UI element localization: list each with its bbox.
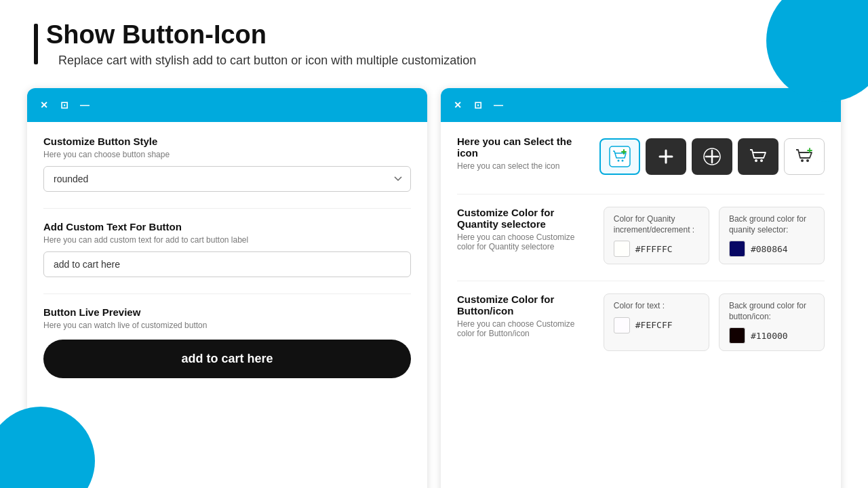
button-color1-label: Color for text :	[614, 301, 699, 312]
svg-point-7	[806, 159, 809, 162]
icon-options-row	[599, 138, 825, 175]
icon-option-cart-light[interactable]	[784, 138, 825, 175]
preview-button[interactable]: add to cart here	[43, 340, 411, 378]
svg-point-5	[760, 159, 763, 162]
right-panel-header: ✕ ⊡ —	[441, 88, 841, 122]
icon-selector-desc: Here you can select the icon	[457, 161, 586, 171]
left-close-btn[interactable]: ✕	[38, 99, 50, 111]
button-style-title: Customize Button Style	[43, 136, 411, 147]
button-style-section: Customize Button Style Here you can choo…	[43, 136, 411, 192]
icon-selector-section: Here you can Select the icon Here you ca…	[457, 136, 825, 178]
button-color-desc: Here you can choose Customize color for …	[457, 319, 590, 338]
button-style-desc: Here you can choose button shape	[43, 150, 411, 159]
icon-option-cart-plus-light[interactable]	[599, 138, 640, 175]
right-maximize-btn[interactable]: ⊡	[472, 99, 484, 111]
custom-text-title: Add Custom Text For Button	[43, 221, 411, 232]
quantity-color-title: Customize Color for Quantity selectore	[457, 207, 590, 230]
button-color1-block: Color for text : #FEFCFF	[604, 293, 709, 351]
button-color1-input-row: #FEFCFF	[614, 317, 699, 333]
quantity-color-desc: Here you can choose Customize color for …	[457, 232, 590, 251]
quantity-color1-value: #FFFFFC	[635, 244, 673, 254]
svg-point-4	[755, 159, 757, 162]
right-sep1	[457, 194, 825, 195]
custom-text-section: Add Custom Text For Button Here you can …	[43, 221, 411, 277]
header: Show Button-Icon Replace cart with styli…	[0, 0, 868, 81]
page-subtitle: Replace cart with stylish add to cart bu…	[58, 54, 476, 68]
button-color1-value: #FEFCFF	[635, 320, 673, 330]
sep2	[43, 293, 411, 294]
panels-row: ✕ ⊡ — Customize Button Style Here you ca…	[0, 88, 868, 488]
quantity-color2-input-row: #080864	[729, 241, 814, 257]
quantity-color2-value: #080864	[751, 244, 788, 254]
right-close-btn[interactable]: ✕	[452, 99, 464, 111]
quantity-color2-label: Back ground color for quanity selector:	[729, 214, 814, 235]
icon-selector-title: Here you can Select the icon	[457, 136, 586, 159]
live-preview-section: Button Live Preview Here you can watch l…	[43, 306, 411, 378]
button-color2-value: #110000	[751, 331, 788, 341]
button-color-title: Customize Color for Button/icon	[457, 293, 590, 317]
svg-point-2	[622, 160, 624, 162]
right-minimize-btn[interactable]: —	[492, 99, 505, 111]
right-sep2	[457, 281, 825, 281]
button-style-dropdown[interactable]: rounded square pill	[43, 166, 411, 192]
button-color2-swatch[interactable]	[729, 327, 745, 344]
quantity-color2-block: Back ground color for quanity selector: …	[719, 207, 825, 264]
icon-option-plus-dark[interactable]	[646, 138, 686, 175]
button-color-section: Customize Color for Button/icon Here you…	[457, 293, 825, 351]
right-panel: ✕ ⊡ — Here you can Select the icon Here …	[441, 88, 841, 488]
icon-option-plus-dark2[interactable]	[692, 138, 732, 175]
svg-point-6	[801, 159, 804, 162]
icon-option-cart-dark[interactable]	[738, 138, 778, 175]
button-color2-block: Back ground color for button/icon: #1100…	[719, 293, 825, 351]
live-preview-title: Button Live Preview	[43, 306, 411, 318]
left-panel-header: ✕ ⊡ —	[27, 88, 427, 122]
deco-circle-top-right	[766, 0, 868, 102]
quantity-color1-block: Color for Quanity increment/decrement : …	[604, 207, 709, 264]
quantity-color1-input-row: #FFFFFC	[614, 241, 699, 257]
left-maximize-btn[interactable]: ⊡	[58, 99, 71, 111]
button-color2-label: Back ground color for button/icon:	[729, 301, 814, 322]
live-preview-desc: Here you can watch live of customized bu…	[43, 321, 411, 330]
quantity-color-section: Customize Color for Quantity selectore H…	[457, 207, 825, 264]
button-color1-swatch[interactable]	[614, 317, 630, 333]
svg-point-1	[618, 160, 620, 162]
button-color2-input-row: #110000	[729, 327, 814, 344]
page-title: Show Button-Icon	[46, 20, 476, 49]
sep1	[43, 208, 411, 209]
header-bar	[34, 24, 38, 64]
custom-text-input[interactable]	[43, 251, 411, 277]
quantity-color2-swatch[interactable]	[729, 241, 745, 257]
svg-rect-0	[610, 146, 630, 167]
quantity-color1-swatch[interactable]	[614, 241, 630, 257]
left-panel: ✕ ⊡ — Customize Button Style Here you ca…	[27, 88, 427, 488]
custom-text-desc: Here you can add custom text for add to …	[43, 235, 411, 245]
left-minimize-btn[interactable]: —	[79, 99, 91, 111]
quantity-color1-label: Color for Quanity increment/decrement :	[614, 214, 699, 235]
right-panel-body: Here you can Select the icon Here you ca…	[441, 122, 841, 488]
